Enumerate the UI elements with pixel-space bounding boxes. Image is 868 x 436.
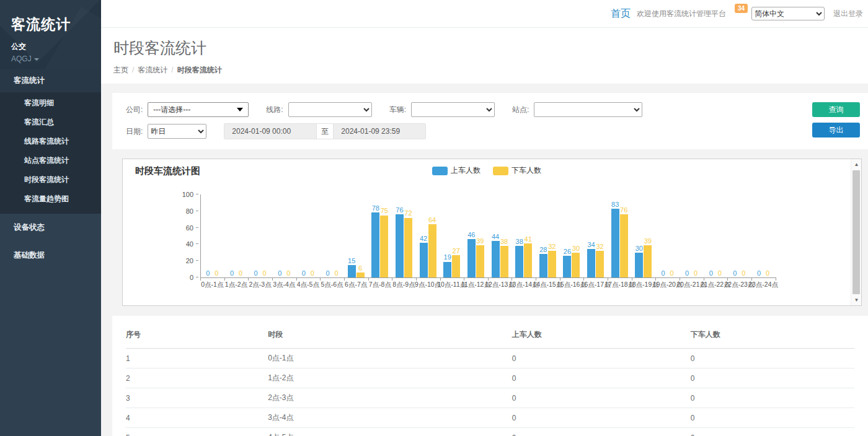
date-end-input[interactable] <box>334 124 425 139</box>
x-axis-tick-label: 0点-1点 <box>201 281 223 289</box>
bar-value-label: 0 <box>311 269 314 277</box>
y-axis-tick-label: 60 <box>186 224 193 232</box>
bar-value-label: 41 <box>525 235 532 243</box>
bar-上车人数[interactable] <box>515 246 523 277</box>
chart-category-7点-8点: 78757点-8点 <box>368 194 392 277</box>
x-axis-tick-mark <box>488 278 489 281</box>
sidebar-logo-area: 客流统计 公交 AQGJ <box>0 0 101 69</box>
bar-下车人数[interactable] <box>452 255 460 277</box>
bar-value-label: 0 <box>709 269 713 277</box>
bar-上车人数[interactable] <box>563 256 571 277</box>
bar-下车人数[interactable] <box>380 216 388 278</box>
bar-上车人数[interactable] <box>539 254 547 277</box>
welcome-text: 欢迎使用客流统计管理平台 <box>637 9 726 19</box>
sidebar-section-0[interactable]: 客流统计 <box>0 69 101 92</box>
language-select[interactable]: 简体中文 <box>751 7 825 20</box>
bar-下车人数[interactable] <box>596 251 604 277</box>
bar-下车人数[interactable] <box>548 251 556 277</box>
sidebar-section-2[interactable]: 基础数据 <box>0 242 101 269</box>
breadcrumb-item[interactable]: 客流统计 <box>138 66 167 74</box>
bar-value-label: 27 <box>453 247 460 255</box>
sidebar-item-时段客流统计[interactable]: 时段客流统计 <box>0 170 101 190</box>
bar-上车人数[interactable] <box>371 212 379 277</box>
x-axis-tick-mark <box>368 278 369 281</box>
scroll-down-icon[interactable]: ▼ <box>851 295 862 305</box>
bar-group: 32 <box>548 194 556 277</box>
org-name: 公交 <box>11 41 101 52</box>
bar-上车人数[interactable] <box>635 253 643 277</box>
bar-下车人数[interactable] <box>524 243 532 277</box>
y-axis-tick-label: 80 <box>186 207 193 215</box>
bar-下车人数[interactable] <box>500 246 508 277</box>
table-cell: 0 <box>512 368 691 388</box>
bar-上车人数[interactable] <box>587 249 595 277</box>
chart-scrollbar[interactable]: ▲ ▼ <box>851 159 861 305</box>
breadcrumb-item[interactable]: 主页 <box>113 66 128 74</box>
bar-下车人数[interactable] <box>356 272 365 277</box>
export-button[interactable]: 导出 <box>812 123 860 137</box>
bar-下车人数[interactable] <box>644 245 652 277</box>
home-link[interactable]: 首页 <box>611 7 631 20</box>
station-select[interactable] <box>534 102 642 117</box>
bar-group: 0 <box>308 194 316 277</box>
bar-value-label: 0 <box>326 269 329 277</box>
table-header-时段: 时段 <box>268 325 512 349</box>
legend-item-下车人数[interactable]: 下车人数 <box>493 165 541 176</box>
company-select[interactable]: ---请选择--- <box>148 102 249 117</box>
bar-value-label: 34 <box>587 241 595 248</box>
account-dropdown[interactable]: AQGJ <box>11 54 101 63</box>
bar-value-label: 0 <box>254 269 258 277</box>
chart-category-12点-13点: 443812点-13点 <box>488 194 512 277</box>
chart-category-18点-19点: 303918点-19点 <box>632 194 656 277</box>
bar-下车人数[interactable] <box>404 218 412 277</box>
query-button[interactable]: 查询 <box>812 102 860 117</box>
table-row: 43点-4点00 <box>126 408 854 428</box>
table-cell: 1点-2点 <box>268 368 512 388</box>
legend-item-上车人数[interactable]: 上车人数 <box>432 165 480 176</box>
date-range-group: 至 <box>224 123 426 139</box>
bar-group: 39 <box>476 194 484 277</box>
bar-value-label: 76 <box>396 206 403 214</box>
y-axis-tick-mark <box>196 260 198 261</box>
dropdown-triangle-icon <box>237 108 243 111</box>
sidebar-item-客流汇总[interactable]: 客流汇总 <box>0 113 101 132</box>
bar-下车人数[interactable] <box>620 214 628 277</box>
vehicle-select[interactable] <box>411 102 495 117</box>
notification-badge[interactable]: 34 <box>735 4 748 13</box>
date-start-input[interactable] <box>224 124 316 139</box>
bar-下车人数[interactable] <box>476 245 484 277</box>
bar-上车人数[interactable] <box>611 209 619 277</box>
page-heading: 时段客流统计 主页/客流统计/时段客流统计 <box>101 28 868 84</box>
bar-group: 0 <box>332 194 340 277</box>
legend-swatch-icon <box>493 167 508 175</box>
legend-label: 下车人数 <box>512 165 541 176</box>
bar-下车人数[interactable] <box>428 224 436 277</box>
bar-上车人数[interactable] <box>396 214 404 277</box>
bar-上车人数[interactable] <box>420 243 428 277</box>
bar-上车人数[interactable] <box>492 241 500 277</box>
scroll-up-icon[interactable]: ▲ <box>851 159 862 170</box>
x-axis-tick-mark <box>512 278 512 281</box>
bar-value-label: 0 <box>302 269 306 277</box>
sidebar-item-客流量趋势图[interactable]: 客流量趋势图 <box>0 190 101 209</box>
bar-group: 26 <box>563 194 571 277</box>
bar-上车人数[interactable] <box>467 239 476 277</box>
bar-group: 38 <box>515 194 523 277</box>
date-preset-select[interactable]: 昨日 <box>148 124 206 139</box>
scrollbar-thumb[interactable] <box>852 170 860 294</box>
bar-group: 0 <box>715 194 724 277</box>
bar-上车人数[interactable] <box>443 262 451 277</box>
logout-link[interactable]: 退出登录 <box>833 9 863 19</box>
sidebar-section-1[interactable]: 设备状态 <box>0 214 101 242</box>
legend-label: 上车人数 <box>451 165 480 176</box>
sidebar-item-线路客流统计[interactable]: 线路客流统计 <box>0 132 101 151</box>
sidebar-item-客流明细[interactable]: 客流明细 <box>0 94 101 113</box>
sidebar-item-站点客流统计[interactable]: 站点客流统计 <box>0 151 101 170</box>
line-select[interactable] <box>288 102 372 117</box>
bar-下车人数[interactable] <box>572 253 580 277</box>
bar-value-label: 30 <box>572 245 580 252</box>
x-axis-tick-mark <box>392 278 392 281</box>
bar-上车人数[interactable] <box>348 265 356 277</box>
bar-value-label: 0 <box>670 269 673 277</box>
bar-group: 15 <box>348 194 356 277</box>
